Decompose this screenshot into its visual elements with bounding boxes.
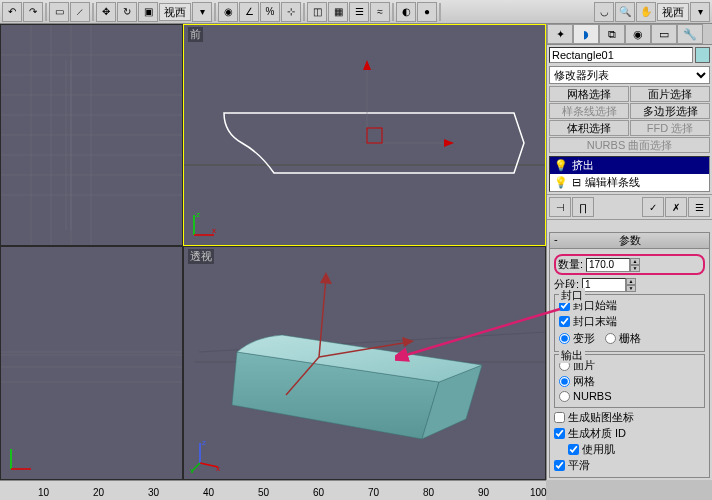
tool-curve[interactable]: ≈: [370, 2, 390, 22]
command-panel-tabs: ✦ ◗ ⧉ ◉ ▭ 🔧: [547, 24, 712, 45]
smooth-checkbox[interactable]: [554, 460, 565, 471]
segments-down[interactable]: ▼: [626, 285, 636, 292]
svg-text:x: x: [212, 226, 216, 235]
tool-arc[interactable]: ◡: [594, 2, 614, 22]
remove-mod-button[interactable]: ✗: [665, 197, 687, 217]
params-rollout: 参数 数量: ▲ ▼ 分段:: [549, 232, 710, 478]
gen-map-checkbox[interactable]: [554, 412, 565, 423]
viewport-persp-label: 透视: [188, 249, 214, 264]
svg-rect-19: [367, 128, 382, 143]
tab-modify[interactable]: ◗: [573, 24, 599, 44]
vol-select-button[interactable]: 体积选择: [549, 120, 629, 136]
ffd-select-button[interactable]: FFD 选择: [630, 120, 710, 136]
object-color-swatch[interactable]: [695, 47, 710, 63]
stack-edit-spline[interactable]: 💡 ⊟ 编辑样条线: [550, 174, 709, 191]
params-header[interactable]: 参数: [550, 233, 709, 249]
time-ruler[interactable]: 10 20 30 40 50 60 70 80 90 100: [0, 480, 546, 500]
object-name-input[interactable]: [549, 47, 693, 63]
pin-stack-button[interactable]: ⊣: [549, 197, 571, 217]
poly-select-button[interactable]: 多边形选择: [630, 103, 710, 119]
tool-zoom[interactable]: 🔍: [615, 2, 635, 22]
tab-utilities[interactable]: 🔧: [677, 24, 703, 44]
tool-scale[interactable]: ▣: [138, 2, 158, 22]
tab-motion[interactable]: ◉: [625, 24, 651, 44]
tab-create[interactable]: ✦: [547, 24, 573, 44]
cap-end-checkbox[interactable]: [559, 316, 570, 327]
svg-text:z: z: [196, 210, 200, 219]
viewport-perspective[interactable]: 透视: [183, 246, 546, 480]
tool-percent[interactable]: %: [260, 2, 280, 22]
svg-text:z: z: [202, 439, 206, 447]
svg-text:y: y: [190, 466, 194, 473]
tool-undo[interactable]: ↶: [2, 2, 22, 22]
modifier-list-dropdown[interactable]: 修改器列表: [549, 66, 710, 84]
svg-marker-35: [402, 337, 414, 347]
view-dropdown-1[interactable]: 视西: [159, 3, 191, 21]
viewport-left[interactable]: [0, 246, 183, 480]
spline-select-button[interactable]: 样条线选择: [549, 103, 629, 119]
nurbs-select-button[interactable]: NURBS 曲面选择: [549, 137, 710, 153]
tool-snap[interactable]: ◉: [218, 2, 238, 22]
gen-mat-checkbox[interactable]: [554, 428, 565, 439]
tool-mirror[interactable]: ◫: [307, 2, 327, 22]
amount-down[interactable]: ▼: [630, 265, 640, 272]
morph-radio[interactable]: [559, 333, 570, 344]
modifier-stack[interactable]: 💡 挤出 💡 ⊟ 编辑样条线 顶点 分段 样条线 Rectangle: [549, 156, 710, 192]
cap-group: 封口 封口始端 封口末端 变形: [554, 294, 705, 352]
tab-hierarchy[interactable]: ⧉: [599, 24, 625, 44]
tool-render[interactable]: ◐: [396, 2, 416, 22]
svg-marker-18: [444, 139, 454, 147]
tab-display[interactable]: ▭: [651, 24, 677, 44]
viewport-top[interactable]: [0, 24, 183, 246]
mesh-select-button[interactable]: 网格选择: [549, 86, 629, 102]
tool-pan[interactable]: ✋: [636, 2, 656, 22]
tool-redo[interactable]: ↷: [23, 2, 43, 22]
tool-select[interactable]: ▭: [49, 2, 69, 22]
lightbulb-icon: 💡: [554, 176, 568, 189]
view-dropdown-2[interactable]: 视西: [657, 3, 689, 21]
tool-angle[interactable]: ∠: [239, 2, 259, 22]
tool-rotate[interactable]: ↻: [117, 2, 137, 22]
stack-extrude[interactable]: 💡 挤出: [550, 157, 709, 174]
mesh-radio[interactable]: [559, 376, 570, 387]
amount-up[interactable]: ▲: [630, 258, 640, 265]
config-button[interactable]: ☰: [688, 197, 710, 217]
viewport-quad: 前 z x: [0, 24, 546, 480]
viewport-front[interactable]: 前 z x: [183, 24, 546, 246]
segments-up[interactable]: ▲: [626, 278, 636, 285]
tool-layer[interactable]: ☰: [349, 2, 369, 22]
tool-align[interactable]: ▦: [328, 2, 348, 22]
face-select-button[interactable]: 面片选择: [630, 86, 710, 102]
viewport-front-label: 前: [188, 27, 203, 42]
amount-row: 数量: ▲ ▼: [554, 254, 705, 275]
svg-marker-16: [363, 60, 371, 70]
output-group: 输出 面片 网格 NURBS: [554, 354, 705, 408]
amount-input[interactable]: [586, 258, 630, 272]
main-toolbar: ↶ ↷ ▭ ⟋ ✥ ↻ ▣ 视西 ▾ ◉ ∠ % ⊹ ◫ ▦ ☰ ≈ ◐ ● ◡…: [0, 0, 712, 24]
tool-axis[interactable]: ⊹: [281, 2, 301, 22]
nurbs-radio[interactable]: [559, 391, 570, 402]
lightbulb-icon: 💡: [554, 159, 568, 172]
tool-material[interactable]: ●: [417, 2, 437, 22]
tool-link[interactable]: ⟋: [70, 2, 90, 22]
command-panel: ✦ ◗ ⧉ ◉ ▭ 🔧 修改器列表 网格选择 面片选择 样条线选择 多边形选择 …: [546, 24, 712, 480]
tool-dropdown-arrow[interactable]: ▾: [192, 2, 212, 22]
make-unique-button[interactable]: ✓: [642, 197, 664, 217]
stack-vertex[interactable]: 顶点: [550, 191, 709, 192]
show-end-button[interactable]: ∏: [572, 197, 594, 217]
svg-marker-33: [320, 272, 332, 284]
use-shape-checkbox[interactable]: [568, 444, 579, 455]
grid-radio[interactable]: [605, 333, 616, 344]
tool-move[interactable]: ✥: [96, 2, 116, 22]
svg-text:x: x: [216, 464, 220, 473]
amount-label: 数量:: [558, 257, 583, 272]
tool-dropdown-arrow-2[interactable]: ▾: [690, 2, 710, 22]
segments-input[interactable]: [582, 278, 626, 292]
